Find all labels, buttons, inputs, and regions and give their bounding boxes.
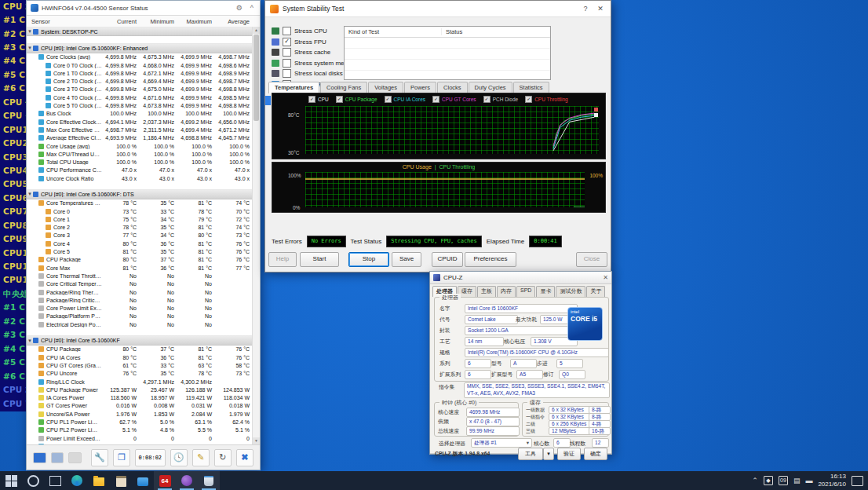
revision-field[interactable]: Q0 xyxy=(559,370,585,379)
taskbar-search-icon[interactable] xyxy=(22,471,44,490)
tray-volume-icon[interactable]: ▬ xyxy=(805,477,812,485)
legend-checkbox-icon[interactable]: ✓ xyxy=(308,96,315,103)
sensor-row[interactable]: Core Clocks (avg) 4,699.8 MHz 4,675.3 MH… xyxy=(27,53,253,61)
tray-shield-icon[interactable]: ◆ xyxy=(764,476,773,485)
sensor-row[interactable]: CPU IA Cores 80 °C 36 °C 81 °C 76 °C xyxy=(27,353,253,361)
col-average[interactable]: Average xyxy=(215,18,253,25)
cpuid-button[interactable]: CPUID xyxy=(432,252,463,267)
sensor-row[interactable]: Core 4 T0 Clock (perf #3/5) 4,699.8 MHz … xyxy=(27,93,253,101)
sensor-row[interactable]: Package/Ring Thermal Throttling No No No xyxy=(27,288,253,296)
scroll-up-icon[interactable]: ▲ xyxy=(253,27,260,34)
legend-item[interactable]: ✓ CPU xyxy=(308,96,329,103)
expand-icon[interactable]: ▼ xyxy=(27,192,33,196)
sensor-row[interactable]: Package/Ring Critical Temperature No No … xyxy=(27,296,253,304)
tech-field[interactable]: 14 nm xyxy=(465,337,504,346)
sensor-row[interactable]: Core 5 T0 Clock (perf #3/6) 4,699.8 MHz … xyxy=(27,101,253,109)
taskbar-blue-app-icon[interactable] xyxy=(132,471,154,490)
layout-toggle-icon[interactable] xyxy=(33,452,46,463)
list-col-kind[interactable]: Kind of Test xyxy=(345,28,442,35)
scrollbar-thumb[interactable] xyxy=(253,35,259,121)
extmodel-field[interactable]: A5 xyxy=(516,370,543,379)
cpuz-tab-主板[interactable]: 主板 xyxy=(477,286,496,297)
cpuz-tab-内存[interactable]: 内存 xyxy=(497,286,516,297)
tools-dropdown-icon[interactable]: ▾ xyxy=(543,448,554,460)
legend-checkbox-icon[interactable]: ✓ xyxy=(483,96,491,103)
legend-item[interactable]: ✓ CPU IA Cores xyxy=(385,96,425,103)
sensor-row[interactable]: CPU Performance Clock Multiplier 47.0 x … xyxy=(27,166,253,174)
collapse-icon[interactable]: ^ xyxy=(248,4,256,12)
taskbar-file-explorer-icon[interactable] xyxy=(88,471,110,490)
taskbar-toolbox-app-icon[interactable] xyxy=(110,471,132,490)
test-list[interactable]: Kind of Test Status xyxy=(344,26,551,80)
spec-field[interactable]: Intel(R) Core(TM) i5-10600KF CPU @ 4.10G… xyxy=(465,348,609,357)
checkbox[interactable] xyxy=(283,59,291,68)
sensor-row[interactable]: Core 3 77 °C 34 °C 80 °C 73 °C xyxy=(27,232,253,240)
taskbar-clock[interactable]: 16:13 2021/6/10 xyxy=(818,473,846,488)
instructions-field[interactable]: MMX, SSE, SSE2, SSE3, SSSE3, SSE4.1, SSE… xyxy=(464,382,610,398)
tab-temperatures[interactable]: Temperatures xyxy=(268,82,319,93)
sensor-row[interactable]: Average Effective Clock 4,693.9 MHz 1,18… xyxy=(27,134,253,142)
legend-item[interactable]: ✓ CPU Package xyxy=(336,96,377,103)
sensor-row[interactable]: Core 4 80 °C 36 °C 81 °C 76 °C xyxy=(27,240,253,247)
help-icon[interactable]: ? xyxy=(580,5,591,13)
cpuz-tab-关于[interactable]: 关于 xyxy=(586,286,605,297)
sensor-row[interactable]: Core Thermal Throttling (avg) No No No xyxy=(27,272,253,280)
sensor-group-row[interactable]: ▼ CPU [#0]: Intel Core i5-10600KF xyxy=(27,335,253,345)
tray-input-indicator[interactable]: 09 xyxy=(779,476,788,485)
hwinfo-scrollbar[interactable]: ▲ ▼ xyxy=(252,27,260,444)
sensor-row[interactable]: Core Max 81 °C 36 °C 81 °C 77 °C xyxy=(27,264,253,272)
cpuz-tab-测试分数[interactable]: 测试分数 xyxy=(556,286,585,297)
legend-item[interactable]: ✓ CPU GT Cores xyxy=(432,96,476,103)
legend-item[interactable]: ✓ CPU Throttling xyxy=(525,96,568,103)
legend-checkbox-icon[interactable]: ✓ xyxy=(385,96,392,103)
legend-item[interactable]: ✓ PCH Diode xyxy=(483,96,519,103)
report-note-icon[interactable]: ✎ xyxy=(192,449,210,466)
expand-icon[interactable]: ▼ xyxy=(27,338,33,343)
tab-duty-cycles[interactable]: Duty Cycles xyxy=(469,82,512,93)
sensor-row[interactable]: Power Limit Exceeded Count 0 0 0 0 xyxy=(27,434,253,442)
stop-button[interactable]: Stop xyxy=(348,252,389,267)
col-sensor[interactable]: Sensor xyxy=(27,18,102,25)
close-icon[interactable]: ✕ xyxy=(603,274,608,281)
sensor-row[interactable]: Max CPU/Thread Usage 100.0 % 100.0 % 100… xyxy=(27,150,253,158)
clock-icon[interactable]: 🕓 xyxy=(170,449,188,466)
tray-chevron-icon[interactable]: ⌃ xyxy=(752,477,758,485)
sensor-row[interactable]: Core 2 T0 Clock (perf #2/3) 4,699.8 MHz … xyxy=(27,77,253,85)
tools-button[interactable]: 工具 xyxy=(518,448,543,460)
close-x-icon[interactable]: ✖ xyxy=(236,449,253,466)
checkbox[interactable] xyxy=(283,27,291,35)
sensor-group-row[interactable]: ▼ CPU [#0]: Intel Core i5-10600KF: DTS xyxy=(27,189,253,199)
validate-button[interactable]: 验证 xyxy=(557,448,581,460)
sensor-row[interactable]: GT Cores Power 0.016 W 0.008 W 0.031 W 0… xyxy=(27,402,253,410)
hwinfo-column-headers[interactable]: Sensor Current Minimum Maximum Average xyxy=(27,16,260,27)
sensor-row[interactable]: Core 0 T0 Clock (perf #1/1) 4,699.8 MHz … xyxy=(27,61,253,69)
action-center-icon[interactable] xyxy=(852,476,863,486)
tab-powers[interactable]: Powers xyxy=(404,82,436,93)
corespeed-field[interactable]: 4699.98 MHz xyxy=(466,408,520,417)
sensor-row[interactable]: Core 2 78 °C 35 °C 81 °C 74 °C xyxy=(27,224,253,232)
sensor-row[interactable]: Electrical Design Point/Other (ICC... No… xyxy=(27,320,253,328)
taskbar-hwinfo64-icon[interactable]: 64 xyxy=(154,471,176,490)
sensor-row[interactable]: Bus Clock 100.0 MHz 100.0 MHz 100.0 MHz … xyxy=(27,110,253,118)
col-current[interactable]: Current xyxy=(102,18,140,25)
extfamily-field[interactable]: 6 xyxy=(465,370,491,379)
cpuz-tab-显卡[interactable]: 显卡 xyxy=(536,286,555,297)
sensor-row[interactable]: CPU Package 80 °C 37 °C 81 °C 76 °C xyxy=(27,256,253,264)
tab-clocks[interactable]: Clocks xyxy=(437,82,468,93)
l3-field[interactable]: 12 MBytes xyxy=(549,427,593,435)
legend-checkbox-icon[interactable]: ✓ xyxy=(432,96,439,103)
reset-values-icon[interactable]: ↻ xyxy=(214,449,232,466)
sensor-row[interactable]: Core Critical Temperature No No No xyxy=(27,280,253,288)
col-maximum[interactable]: Maximum xyxy=(177,18,215,25)
sensor-row[interactable]: IA Cores Power 118.560 W 18.957 W 119.42… xyxy=(27,393,253,401)
expand-icon[interactable]: ▼ xyxy=(27,29,33,34)
taskbar-cpu-z-icon[interactable] xyxy=(198,471,220,490)
help-button[interactable]: Help xyxy=(268,252,297,267)
cpuz-titlebar[interactable]: CPU-Z ✕ xyxy=(430,272,611,284)
wrench-icon[interactable]: 🔧 xyxy=(91,449,108,466)
family-field[interactable]: 6 xyxy=(465,359,491,368)
taskbar-start-icon[interactable] xyxy=(0,471,22,490)
rows-toggle-icon[interactable] xyxy=(68,452,82,463)
taskbar-task-view-icon[interactable] xyxy=(44,471,66,490)
expand-icon[interactable]: ▼ xyxy=(27,46,33,50)
